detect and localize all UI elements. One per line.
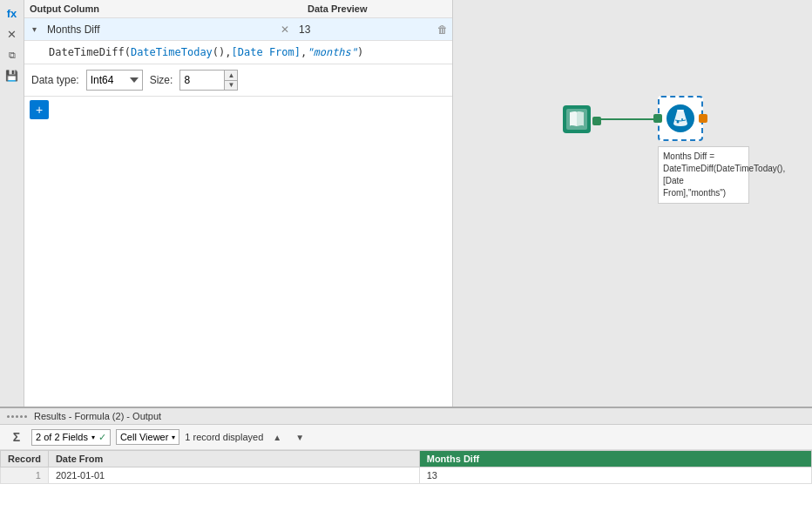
results-dots xyxy=(7,415,27,418)
fields-chevron-icon: ▾ xyxy=(91,434,95,441)
size-input-wrap: ▲ ▼ xyxy=(179,70,238,91)
results-toolbar: Σ 2 of 2 Fields ▾ ✓ Cell Viewer ▾ 1 reco… xyxy=(0,425,812,450)
size-up-btn[interactable]: ▲ xyxy=(225,71,237,81)
copy-icon-btn[interactable]: ⧉ xyxy=(3,45,22,64)
viewer-label: Cell Viewer xyxy=(120,432,168,442)
cell-months-diff: 13 xyxy=(419,467,811,484)
table-row: 1 2021-01-01 13 xyxy=(1,467,812,484)
node-connector xyxy=(596,118,658,120)
viewer-dropdown[interactable]: Cell Viewer ▾ xyxy=(116,429,179,445)
dot2 xyxy=(11,415,14,418)
row-chevron-icon: ▾ xyxy=(24,24,44,34)
col-header-date-from: Date From xyxy=(48,451,419,467)
record-count-text: 1 record displayed xyxy=(185,432,263,442)
col-header-months-diff: Months Diff xyxy=(419,451,811,467)
preview-col-header: Data Preview xyxy=(308,3,447,14)
cell-date-from: 2021-01-01 xyxy=(48,467,419,484)
node-tooltip: Months Diff = DateTimeDiff(DateTimeToday… xyxy=(658,146,749,204)
formula-param2: [Date From] xyxy=(232,46,301,58)
results-panel: Results - Formula (2) - Output Σ 2 of 2 … xyxy=(0,407,812,511)
cut-icon-btn[interactable]: ✕ xyxy=(3,24,22,44)
formula-param1: DateTimeToday xyxy=(131,46,213,58)
formula-fn-name: DateTimeDiff( xyxy=(49,46,131,58)
formula-node-output-port xyxy=(699,114,707,123)
results-header: Results - Formula (2) - Output xyxy=(0,408,812,425)
datatype-label: Data type: xyxy=(31,74,79,86)
dot4 xyxy=(20,415,23,418)
viewer-chevron-icon: ▾ xyxy=(172,434,175,441)
cell-row-num: 1 xyxy=(1,467,49,484)
dot1 xyxy=(7,415,10,418)
tooltip-text: Months Diff = DateTimeDiff(DateTimeToday… xyxy=(663,151,785,198)
size-spinners: ▲ ▼ xyxy=(224,71,237,90)
col-headers: Output Column Data Preview xyxy=(24,0,452,18)
datatype-select[interactable]: Int64 Int32 Double String xyxy=(86,70,143,91)
scroll-up-btn[interactable]: ▲ xyxy=(268,428,286,446)
output-col-header: Output Column xyxy=(30,3,308,14)
book-node[interactable] xyxy=(558,100,596,138)
fields-label: 2 of 2 Fields xyxy=(36,432,88,442)
dot3 xyxy=(16,415,18,418)
size-input[interactable] xyxy=(180,71,224,90)
fields-dropdown[interactable]: 2 of 2 Fields ▾ ✓ xyxy=(31,429,111,446)
sigma-icon[interactable]: Σ xyxy=(7,427,26,447)
delete-row-btn[interactable]: 🗑 xyxy=(433,24,452,36)
results-header-title: Results - Formula (2) - Output xyxy=(34,411,161,421)
fields-check-icon: ✓ xyxy=(98,432,106,443)
formula-row: ▾ Months Diff ✕ 13 🗑 xyxy=(24,18,452,41)
formula-expression[interactable]: DateTimeDiff(DateTimeToday(),[Date From]… xyxy=(24,41,452,64)
formula-string: "months" xyxy=(307,46,357,58)
table-header-row: Record Date From Months Diff xyxy=(1,451,812,467)
col-header-record: Record xyxy=(1,451,49,467)
formula-node-input-port xyxy=(653,114,662,123)
formula-parens: (), xyxy=(213,46,232,58)
results-table[interactable]: Record Date From Months Diff 1 2021-01-0… xyxy=(0,450,812,511)
formula-node[interactable] xyxy=(658,96,703,141)
function-icon-btn[interactable]: fx xyxy=(3,3,22,23)
dot5 xyxy=(24,415,27,418)
column-name-label: Months Diff xyxy=(44,20,276,39)
formula-close: ) xyxy=(357,46,363,58)
svg-point-4 xyxy=(677,121,680,124)
svg-rect-3 xyxy=(677,110,684,111)
save-icon-btn[interactable]: 💾 xyxy=(3,66,22,85)
add-row-btn[interactable]: + xyxy=(30,100,49,119)
svg-point-5 xyxy=(681,118,683,120)
size-down-btn[interactable]: ▼ xyxy=(225,81,237,91)
datatype-row: Data type: Int64 Int32 Double String Siz… xyxy=(24,64,452,97)
preview-value: 13 xyxy=(294,20,433,39)
scroll-down-btn[interactable]: ▼ xyxy=(291,428,308,446)
size-label: Size: xyxy=(150,74,173,86)
clear-row-btn[interactable]: ✕ xyxy=(276,21,294,38)
